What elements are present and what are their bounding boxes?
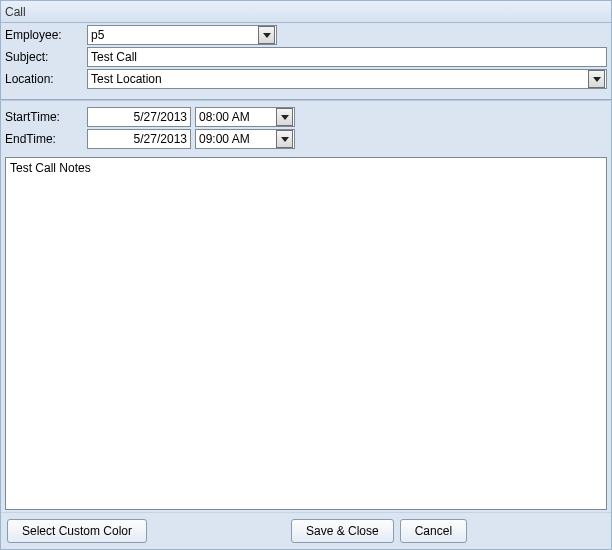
end-time-combo[interactable]: 09:00 AM bbox=[195, 129, 295, 149]
employee-value: p5 bbox=[91, 28, 258, 42]
cancel-button[interactable]: Cancel bbox=[400, 519, 467, 543]
chevron-down-icon bbox=[281, 115, 289, 120]
row-endtime: EndTime: 5/27/2013 09:00 AM bbox=[5, 129, 607, 149]
label-employee: Employee: bbox=[5, 28, 83, 42]
select-custom-color-button[interactable]: Select Custom Color bbox=[7, 519, 147, 543]
divider bbox=[0, 99, 612, 101]
end-time-value: 09:00 AM bbox=[199, 132, 276, 146]
window-title: Call bbox=[5, 5, 26, 19]
start-date-input[interactable]: 5/27/2013 bbox=[87, 107, 191, 127]
subject-input[interactable]: Test Call bbox=[87, 47, 607, 67]
end-time-dropdown-button[interactable] bbox=[276, 130, 293, 148]
location-dropdown-button[interactable] bbox=[588, 70, 605, 88]
call-dialog: Call Employee: p5 Subject: Test Call Loc… bbox=[0, 0, 612, 550]
notes-container bbox=[5, 157, 607, 510]
form-header: Employee: p5 Subject: Test Call Location… bbox=[1, 23, 611, 95]
save-and-close-button[interactable]: Save & Close bbox=[291, 519, 394, 543]
row-subject: Subject: Test Call bbox=[5, 47, 607, 67]
end-date-input[interactable]: 5/27/2013 bbox=[87, 129, 191, 149]
chevron-down-icon bbox=[593, 77, 601, 82]
location-combo[interactable]: Test Location bbox=[87, 69, 607, 89]
label-subject: Subject: bbox=[5, 50, 83, 64]
location-value: Test Location bbox=[91, 72, 588, 86]
start-time-value: 08:00 AM bbox=[199, 110, 276, 124]
employee-combo[interactable]: p5 bbox=[87, 25, 277, 45]
row-starttime: StartTime: 5/27/2013 08:00 AM bbox=[5, 107, 607, 127]
start-time-combo[interactable]: 08:00 AM bbox=[195, 107, 295, 127]
center-buttons: Save & Close Cancel bbox=[291, 519, 467, 543]
employee-dropdown-button[interactable] bbox=[258, 26, 275, 44]
end-date-value: 5/27/2013 bbox=[134, 132, 187, 146]
chevron-down-icon bbox=[263, 33, 271, 38]
start-time-dropdown-button[interactable] bbox=[276, 108, 293, 126]
label-location: Location: bbox=[5, 72, 83, 86]
time-section: StartTime: 5/27/2013 08:00 AM EndTime: 5… bbox=[1, 105, 611, 155]
label-endtime: EndTime: bbox=[5, 132, 83, 146]
chevron-down-icon bbox=[281, 137, 289, 142]
row-employee: Employee: p5 bbox=[5, 25, 607, 45]
titlebar: Call bbox=[1, 1, 611, 23]
notes-textarea[interactable] bbox=[5, 157, 607, 510]
label-starttime: StartTime: bbox=[5, 110, 83, 124]
row-location: Location: Test Location bbox=[5, 69, 607, 89]
subject-value: Test Call bbox=[91, 50, 137, 64]
start-date-value: 5/27/2013 bbox=[134, 110, 187, 124]
button-bar: Select Custom Color Save & Close Cancel bbox=[1, 512, 611, 549]
